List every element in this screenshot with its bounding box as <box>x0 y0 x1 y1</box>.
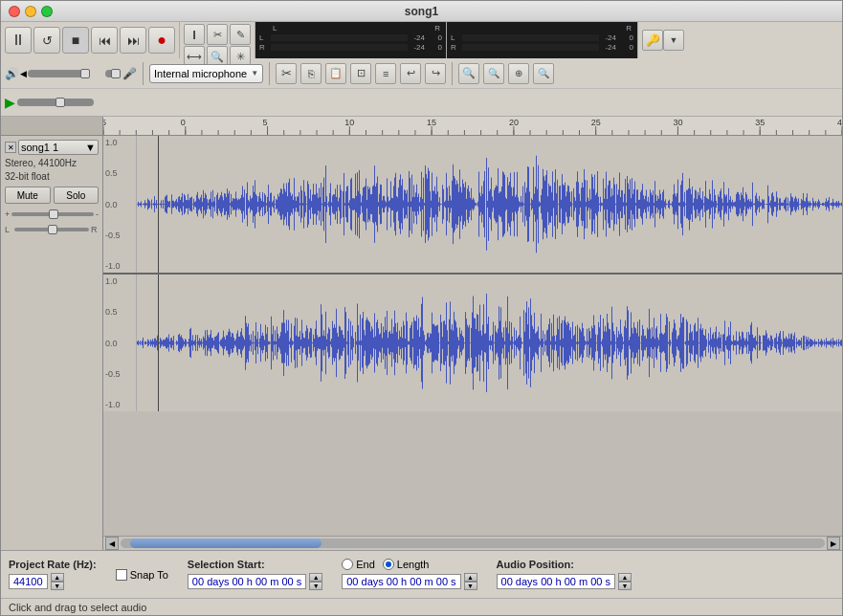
window-controls <box>9 6 53 17</box>
rec-r-db: -24 <box>601 43 616 52</box>
vu-l-mask <box>271 34 408 41</box>
pos-up[interactable]: ▲ <box>618 573 632 582</box>
forward-button[interactable]: ⏭ <box>120 27 146 54</box>
rate-down[interactable]: ▼ <box>51 582 64 590</box>
vu-right: R -24 0 <box>259 43 442 52</box>
end-value[interactable]: 00 days 00 h 00 m 00 s <box>342 574 460 589</box>
zoom-fit[interactable]: ⊕ <box>508 63 529 84</box>
rate-up[interactable]: ▲ <box>51 573 64 582</box>
scroll-left-button[interactable]: ◀ <box>105 537 119 550</box>
input-device-select[interactable]: Internal microphone ▼ <box>149 64 263 83</box>
track-name-select[interactable]: song1 1 ▼ <box>18 140 99 155</box>
audio-position-value[interactable]: 00 days 00 h 00 m 00 s <box>497 574 615 589</box>
status-message: Click and drag to select audio <box>9 602 146 613</box>
project-rate-label: Project Rate (Hz): <box>9 559 97 570</box>
project-rate-value[interactable]: 44100 <box>9 574 48 589</box>
titlebar: song1 <box>1 1 842 22</box>
tracks-container[interactable]: 1.0 0.5 0.0 -0.5 -1.0 1.0 0.5 0.0 <box>103 136 842 536</box>
undo-tool[interactable]: ↩ <box>400 63 421 84</box>
silence-tool[interactable]: ≡ <box>375 63 396 84</box>
maximize-button[interactable] <box>41 6 53 17</box>
window-title: song1 <box>405 5 438 18</box>
scroll-right-button[interactable]: ▶ <box>827 537 840 550</box>
audio-position-spinner: ▲ ▼ <box>618 573 632 590</box>
pencil-tool[interactable]: ✎ <box>230 24 251 45</box>
pitch-thumb[interactable] <box>111 69 121 78</box>
trim2-tool[interactable]: ⊡ <box>350 63 371 84</box>
stop-button[interactable]: ■ <box>62 27 89 54</box>
play-indicator-area: ▶ <box>5 95 94 110</box>
end-down[interactable]: ▼ <box>464 582 477 590</box>
track-format: Stereo, 44100Hz <box>5 157 99 170</box>
pos-down[interactable]: ▼ <box>618 582 632 590</box>
project-rate-input-row: 44100 ▲ ▼ <box>9 573 97 590</box>
track-name-row: ✕ song1 1 ▼ <box>5 140 99 155</box>
key-dropdown[interactable]: ▼ <box>663 30 684 51</box>
vu-left: L -24 0 <box>259 33 442 42</box>
zoom-sel[interactable]: 🔍 <box>533 63 554 84</box>
snap-to-checkbox[interactable] <box>116 569 127 581</box>
solo-button[interactable]: Solo <box>54 187 100 204</box>
project-rate-spinner: ▲ ▼ <box>51 573 64 590</box>
zoom-out[interactable]: 🔍 <box>483 63 504 84</box>
pan-thumb[interactable] <box>48 225 57 234</box>
bottom-scrollbar: ◀ ▶ <box>103 536 842 550</box>
separator2 <box>269 62 270 85</box>
pan-l-label: L <box>5 225 12 234</box>
rec-l-bar <box>462 34 599 41</box>
length-radio[interactable] <box>383 559 394 570</box>
volume-thumb[interactable] <box>80 69 90 78</box>
playback-position-slider[interactable] <box>17 99 94 106</box>
track-controls: ✕ song1 1 ▼ Stereo, 44100Hz 32-bit float… <box>1 117 103 550</box>
vu-r-label: R <box>259 43 269 52</box>
record-button[interactable]: ● <box>148 27 175 54</box>
separator1 <box>143 62 144 85</box>
vu-r-peak: 0 <box>427 43 442 52</box>
sel-start-up[interactable]: ▲ <box>309 573 322 582</box>
mute-solo-row: Mute Solo <box>5 187 99 204</box>
vu-scale: L R <box>259 24 442 33</box>
rec-l: L -24 0 <box>451 33 633 42</box>
cut-tool[interactable]: ✂ <box>276 63 297 84</box>
main-window: song1 ⏸ ↺ ■ ⏮ ⏭ ● I ✂ ✎ ⟷ <box>0 0 843 616</box>
mute-button[interactable]: Mute <box>5 187 51 204</box>
rewind-button[interactable]: ↺ <box>33 27 60 54</box>
sel-start-down[interactable]: ▼ <box>309 582 322 590</box>
end-spinner: ▲ ▼ <box>464 573 477 590</box>
edit-toolbar: 🔊 ◀ 🎤 Internal microphone ▼ ✂ ⎘ 📋 <box>1 58 842 89</box>
snap-to-field: Snap To <box>116 569 168 581</box>
minimize-button[interactable] <box>25 6 36 17</box>
y2-0.0: 0.0 <box>105 339 134 348</box>
playback-thumb[interactable] <box>55 98 65 107</box>
zoom-in[interactable]: 🔍 <box>458 63 479 84</box>
scroll-track[interactable] <box>121 539 825 548</box>
pan-slider[interactable] <box>14 228 89 231</box>
rec-r-bar <box>462 44 599 51</box>
key-icon[interactable]: 🔑 <box>642 30 663 51</box>
volume-slider[interactable] <box>28 70 85 77</box>
close-button[interactable] <box>9 6 20 17</box>
waveform-canvas-1 <box>137 136 842 273</box>
track-info: Stereo, 44100Hz 32-bit float <box>5 157 99 184</box>
copy-tool[interactable]: ⎘ <box>300 63 322 84</box>
trim-tool[interactable]: ✂ <box>207 24 228 45</box>
cursor-line-1 <box>158 136 159 273</box>
track-control-header <box>1 117 102 136</box>
paste-tool[interactable]: 📋 <box>325 63 346 84</box>
back-button[interactable]: ⏮ <box>91 27 118 54</box>
track-close-button[interactable]: ✕ <box>5 142 16 153</box>
end-up[interactable]: ▲ <box>464 573 477 582</box>
input-device-arrow: ▼ <box>251 69 258 77</box>
cursor-tool[interactable]: I <box>184 24 205 45</box>
y2-0.5: 0.5 <box>105 307 134 317</box>
length-radio-item: Length <box>383 559 430 570</box>
scroll-thumb[interactable] <box>130 539 322 548</box>
gain-thumb[interactable] <box>49 209 58 219</box>
selection-start-value[interactable]: 00 days 00 h 00 m 00 s <box>188 574 306 589</box>
channel2: 1.0 0.5 0.0 -0.5 -1.0 <box>103 275 842 411</box>
pitch-slider[interactable] <box>105 70 120 77</box>
pause-button[interactable]: ⏸ <box>5 27 32 54</box>
gain-slider[interactable] <box>11 212 94 216</box>
redo-tool[interactable]: ↪ <box>425 63 446 84</box>
end-radio[interactable] <box>342 559 353 570</box>
